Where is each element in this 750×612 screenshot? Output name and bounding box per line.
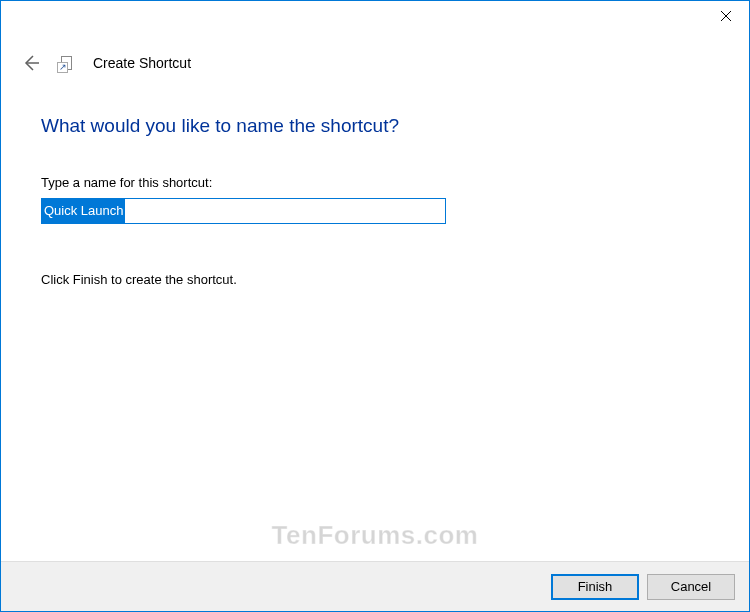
wizard-window: Create Shortcut What would you like to n… <box>0 0 750 612</box>
close-button[interactable] <box>703 1 749 31</box>
back-button[interactable] <box>21 53 41 73</box>
wizard-content: What would you like to name the shortcut… <box>1 81 749 561</box>
page-heading: What would you like to name the shortcut… <box>41 115 707 137</box>
shortcut-name-input[interactable]: Quick Launch <box>41 198 446 224</box>
back-arrow-icon <box>21 53 41 73</box>
helper-text: Click Finish to create the shortcut. <box>41 272 707 287</box>
shortcut-icon <box>59 55 75 71</box>
finish-button[interactable]: Finish <box>551 574 639 600</box>
input-selected-text: Quick Launch <box>42 199 125 223</box>
wizard-title: Create Shortcut <box>93 55 191 71</box>
cancel-button[interactable]: Cancel <box>647 574 735 600</box>
button-bar: Finish Cancel <box>1 561 749 611</box>
titlebar <box>1 1 749 37</box>
input-label: Type a name for this shortcut: <box>41 175 707 190</box>
close-icon <box>721 11 731 21</box>
wizard-header: Create Shortcut <box>1 37 749 81</box>
